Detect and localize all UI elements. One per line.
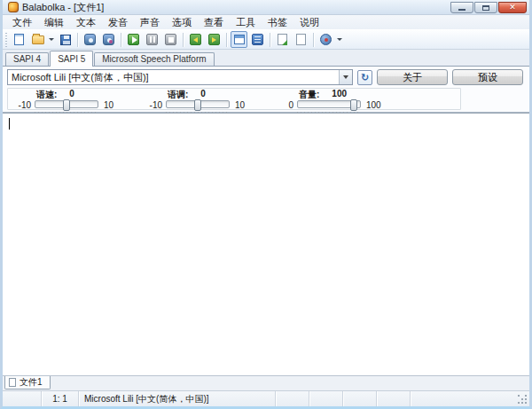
toggle-panel-icon[interactable] xyxy=(231,31,247,48)
window-title: Balabolka - [文件1] xyxy=(22,1,450,14)
plain-page-icon[interactable] xyxy=(293,31,309,48)
toolbar-separator xyxy=(77,33,78,47)
new-document-icon[interactable] xyxy=(11,31,27,48)
status-section-empty xyxy=(343,391,377,406)
preset-button[interactable]: 预设 xyxy=(452,69,523,85)
resize-grip[interactable] xyxy=(518,395,528,405)
tab-ms-speech-platform[interactable]: Microsoft Speech Platform xyxy=(94,52,214,66)
rate-slider[interactable] xyxy=(35,100,98,108)
toolbar-separator xyxy=(313,33,314,47)
dictionary-icon[interactable] xyxy=(249,31,266,48)
maximize-button[interactable] xyxy=(474,2,497,13)
pause-icon[interactable] xyxy=(144,31,160,48)
voice-select[interactable]: Microsoft Lili [中文(简体，中国)] xyxy=(7,69,353,85)
tab-document-1[interactable]: 文件1 xyxy=(4,376,51,389)
rate-slider-group: 语速:0 -10 10 xyxy=(13,90,123,114)
status-section-empty xyxy=(3,391,42,406)
toolbar-grip[interactable] xyxy=(5,33,7,47)
rate-slider-ticks xyxy=(35,111,98,114)
status-section-empty xyxy=(309,391,343,406)
spellcheck-page-icon[interactable] xyxy=(274,31,291,48)
toolbar-separator xyxy=(270,33,270,47)
volume-min-label: 0 xyxy=(276,100,297,110)
voice-panel: Microsoft Lili [中文(简体，中国)] ↻ 关于 预设 语速:0 … xyxy=(3,66,529,113)
skip-forward-icon[interactable] xyxy=(206,31,223,48)
volume-slider-thumb[interactable] xyxy=(350,99,357,111)
menu-file[interactable]: 文件 xyxy=(6,16,38,29)
toolbar xyxy=(3,29,529,50)
pitch-min-label: -10 xyxy=(145,100,166,110)
window-controls: ✕ xyxy=(450,2,527,13)
audio-file-icon[interactable] xyxy=(100,31,117,48)
menu-help[interactable]: 说明 xyxy=(293,16,325,29)
status-voice-name: Microsoft Lili [中文(简体，中国)] xyxy=(79,391,276,406)
status-section-empty xyxy=(276,391,309,406)
close-icon: ✕ xyxy=(509,4,516,12)
play-icon[interactable] xyxy=(125,31,142,48)
volume-slider-group: 音量:100 0 100 xyxy=(276,90,386,114)
menu-tools[interactable]: 工具 xyxy=(230,16,262,29)
menu-bar: 文件 编辑 文本 发音 声音 选项 查看 工具 书签 说明 xyxy=(3,15,529,29)
status-line-col: 1: 1 xyxy=(42,391,79,406)
title-bar: Balabolka - [文件1] ✕ xyxy=(3,0,529,15)
maximize-icon xyxy=(482,5,489,11)
pitch-slider-ticks xyxy=(166,111,230,114)
menu-view[interactable]: 查看 xyxy=(198,16,230,29)
toolbar-separator xyxy=(121,33,121,47)
refresh-icon: ↻ xyxy=(361,73,369,83)
close-button[interactable]: ✕ xyxy=(498,2,527,13)
about-voice-button[interactable]: 关于 xyxy=(377,69,448,85)
menu-pronunciation[interactable]: 发音 xyxy=(102,16,134,29)
menu-options[interactable]: 选项 xyxy=(166,16,198,29)
minimize-icon xyxy=(458,9,466,11)
voice-select-value: Microsoft Lili [中文(简体，中国)] xyxy=(12,71,339,84)
tab-sapi4[interactable]: SAPI 4 xyxy=(5,52,49,66)
open-dropdown-icon[interactable] xyxy=(49,38,54,41)
voice-select-dropdown-icon[interactable] xyxy=(339,70,352,84)
pitch-slider-group: 语调:0 -10 10 xyxy=(145,90,254,114)
voice-menu-icon[interactable] xyxy=(317,31,334,48)
pitch-max-label: 10 xyxy=(230,100,254,110)
text-editor[interactable] xyxy=(3,113,529,375)
text-caret xyxy=(9,118,10,130)
voice-menu-dropdown-icon[interactable] xyxy=(337,38,342,41)
pitch-slider-thumb[interactable] xyxy=(194,99,201,111)
menu-bookmarks[interactable]: 书签 xyxy=(262,16,293,29)
app-icon xyxy=(8,2,19,12)
status-bar: 1: 1 Microsoft Lili [中文(简体，中国)] xyxy=(3,390,529,406)
app-window: Balabolka - [文件1] ✕ 文件 编辑 文本 发音 声音 选项 查看… xyxy=(0,0,532,409)
status-section-empty xyxy=(377,391,411,406)
volume-max-label: 100 xyxy=(361,100,386,110)
rate-min-label: -10 xyxy=(13,100,35,110)
minimize-button[interactable] xyxy=(450,2,473,13)
menu-voice[interactable]: 声音 xyxy=(134,16,166,29)
status-section-empty xyxy=(411,391,529,406)
volume-slider-ticks xyxy=(297,111,361,114)
refresh-voices-button[interactable]: ↻ xyxy=(357,70,372,85)
rate-max-label: 10 xyxy=(98,100,123,110)
save-audio-icon[interactable] xyxy=(82,31,98,48)
document-icon xyxy=(9,378,16,387)
volume-slider[interactable] xyxy=(297,100,361,108)
engine-tabstrip: SAPI 4 SAPI 5 Microsoft Speech Platform xyxy=(3,50,529,66)
menu-text[interactable]: 文本 xyxy=(70,16,102,29)
document-tab-label: 文件1 xyxy=(20,376,43,389)
slider-box: 语速:0 -10 10 语调:0 -10 10 音量:100 0 xyxy=(7,88,461,110)
save-file-icon[interactable] xyxy=(57,31,74,48)
stop-icon[interactable] xyxy=(162,31,179,48)
tab-sapi5[interactable]: SAPI 5 xyxy=(50,51,93,67)
toolbar-separator xyxy=(183,33,184,47)
toolbar-separator xyxy=(226,33,227,47)
menu-edit[interactable]: 编辑 xyxy=(38,16,70,29)
skip-back-icon[interactable] xyxy=(187,31,204,48)
open-file-icon[interactable] xyxy=(29,31,46,48)
pitch-slider[interactable] xyxy=(166,100,230,108)
rate-slider-thumb[interactable] xyxy=(63,99,70,111)
document-tabstrip: 文件1 xyxy=(3,375,529,390)
